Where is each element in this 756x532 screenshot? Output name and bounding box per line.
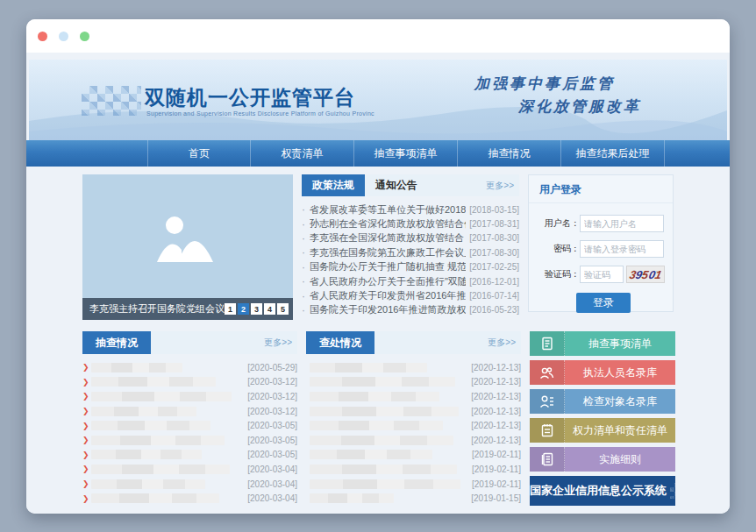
redacted-text [310,436,453,445]
investigation-more-link[interactable]: 更多>> [488,331,521,354]
redacted-text [310,493,394,503]
spot-check-item[interactable]: [2020-03-12] [82,389,297,404]
investigation-item[interactable]: [2020-12-13] [306,404,521,419]
quick-link-enforcement-personnel[interactable]: 执法人员名录库 [530,360,675,385]
carousel-page-1[interactable]: 1 [225,303,236,315]
nav-item-post-results[interactable]: 抽查结果后处理 [561,140,665,167]
nav-item-inspection-status[interactable]: 抽查情况 [458,140,561,167]
bullet-icon: · [302,304,310,316]
spot-check-header: 抽查情况 更多>> [82,331,297,354]
redacted-text [310,363,427,372]
arrow-icon [82,363,91,372]
browser-titlebar [26,19,730,53]
bullet-icon: · [302,261,310,273]
investigation-title[interactable]: 查处情况 [306,331,374,354]
spot-check-more-link[interactable]: 更多>> [264,331,297,354]
spot-check-item[interactable]: [2020-03-05] [82,448,297,463]
spot-check-item[interactable]: [2020-03-05] [82,418,297,433]
news-more-link[interactable]: 更多>> [486,174,519,196]
spot-check-item[interactable]: [2020-03-12] [82,375,297,390]
carousel-page-2-active[interactable]: 2 [238,303,249,315]
person-list-icon [530,389,565,414]
people-icon [530,360,565,385]
redacted-text [91,479,205,489]
carousel-caption[interactable]: 李克强主持召开国务院党组会议 [89,302,225,316]
news-item[interactable]: ·省发展改革委等五单位关于做好2018年"双随机一...[2018-03-15] [302,202,519,216]
nav-item-power-list[interactable]: 权责清单 [251,140,354,167]
username-input[interactable] [580,215,664,232]
redacted-text [310,421,443,430]
redacted-text [91,407,196,416]
quick-link-national-credit-system[interactable]: 国家企业信用信息公示系统 [530,476,675,506]
browser-window: 双随机一公开监管平台 Supervision and Supervision R… [26,19,730,514]
news-item[interactable]: ·国务院关于印发2016年推进简政放权 放管结合优...[2016-05-23] [302,303,519,317]
investigation-item[interactable]: [2020-12-13] [306,418,521,433]
bullet-icon: · [302,290,310,302]
site-title: 双随机一公开监管平台 [145,84,355,111]
carousel-page-3[interactable]: 3 [251,303,262,315]
page: 双随机一公开监管平台 Supervision and Supervision R… [26,53,730,514]
redacted-text [91,493,219,503]
carousel-page-5[interactable]: 5 [277,303,289,315]
carousel-pager: 1 2 3 4 5 [225,303,289,315]
captcha-image[interactable]: 39501 [626,266,665,283]
redacted-text [310,377,455,387]
quick-link-power-responsibility-lists[interactable]: 权力清单和责任清单 [530,418,675,443]
investigation-item[interactable]: [2019-02-11] [306,448,521,463]
redacted-text [310,392,439,401]
arrow-icon [82,465,91,473]
maximize-window-icon[interactable] [80,32,89,41]
investigation-item[interactable]: [2020-12-13] [306,360,521,375]
investigation-item[interactable]: [2020-12-13] [306,375,521,390]
site-logo-redacted [82,86,141,116]
tab-policies[interactable]: 政策法规 [302,174,365,196]
investigation-item[interactable]: [2020-12-13] [306,389,521,404]
minimize-window-icon[interactable] [59,32,68,41]
spot-check-item[interactable]: [2020-03-05] [82,433,297,448]
news-item[interactable]: ·省人民政府办公厅关于全面推行"双随机一公开"监...[2016-12-01] [302,274,519,288]
investigation-item[interactable]: [2019-01-15] [306,491,521,506]
news-date: [2017-08-31] [466,219,519,229]
news-item[interactable]: ·省人民政府关于印发贵州省2016年推进简政放权...[2016-07-14] [302,288,519,302]
investigation-panel: 查处情况 更多>> [2020-12-13] [2020-12-13] [202… [306,331,521,506]
quick-link-inspection-items[interactable]: 抽查事项清单 [530,331,675,356]
nav-item-home[interactable]: 首页 [147,140,251,167]
spot-check-title[interactable]: 抽查情况 [82,331,151,354]
bullet-icon: · [302,203,310,216]
news-item[interactable]: ·孙志刚在全省深化简政放权放管结合优化服务改...[2017-08-31] [302,216,519,231]
spot-check-item[interactable]: [2020-03-12] [82,404,297,419]
password-input[interactable] [580,240,664,258]
redacted-text [91,363,182,372]
redacted-text [310,479,460,489]
captcha-input[interactable] [580,266,624,283]
carousel-page-4[interactable]: 4 [264,303,275,315]
close-window-icon[interactable] [38,32,47,41]
login-panel: 用户登录 用户名： 密码： 验证码： 39501 [528,174,674,312]
spot-check-item[interactable]: [2020-03-04] [82,477,297,492]
quick-link-implementation-rules[interactable]: 实施细则 [530,447,675,472]
news-item[interactable]: ·李克强在全国深化简政放权放管结合 优化服务改...[2017-08-30] [302,231,519,245]
login-button[interactable]: 登录 [576,293,631,313]
nav-item-inspection-items[interactable]: 抽查事项清单 [354,140,458,167]
news-item[interactable]: ·国务院办公厅关于推广随机抽查 规范事中事后监...[2017-02-25] [302,260,519,274]
news-date: [2017-08-30] [466,248,519,258]
quick-link-inspection-targets[interactable]: 检查对象名录库 [530,389,675,414]
site-subtitle-en: Supervision and Supervision Results Disc… [146,110,374,117]
document-list-icon [530,331,565,356]
spot-check-item[interactable]: [2020-05-29] [82,360,297,375]
investigation-item[interactable]: [2019-02-11] [306,477,521,492]
spot-check-item[interactable]: [2020-03-04] [82,491,297,506]
news-carousel[interactable]: 李克强主持召开国务院党组会议 1 2 3 4 5 [82,174,293,320]
spot-check-list: [2020-05-29] [2020-03-12] [2020-03-12] [… [82,360,297,506]
arrow-icon [82,378,91,387]
investigation-item[interactable]: [2020-12-13] [306,433,521,448]
investigation-item[interactable]: [2019-02-11] [306,462,521,477]
news-item[interactable]: ·李克强在国务院第五次廉政工作会议上的讲话[2017-08-30] [302,245,519,259]
arrow-icon [82,450,91,459]
news-date: [2016-07-14] [466,291,519,301]
news-date: [2018-03-15] [466,205,519,215]
main-nav: 首页 权责清单 抽查事项清单 抽查情况 抽查结果后处理 [26,140,730,167]
tab-notices[interactable]: 通知公告 [365,174,428,196]
spot-check-item[interactable]: [2020-03-04] [82,462,297,477]
news-list: ·省发展改革委等五单位关于做好2018年"双随机一...[2018-03-15]… [302,202,519,317]
